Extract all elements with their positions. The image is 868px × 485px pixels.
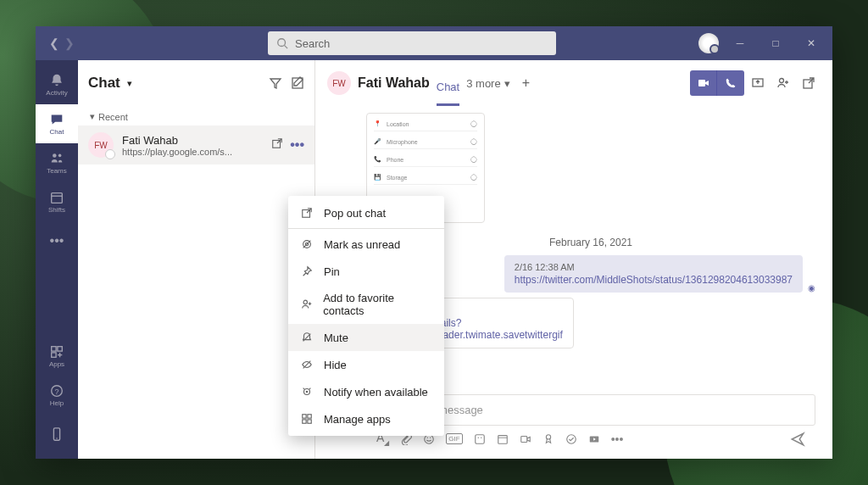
compose-button[interactable] [291,76,304,90]
svg-rect-4 [52,193,63,203]
svg-line-41 [309,388,310,389]
rail-chat[interactable]: Chat [36,104,78,143]
send-button[interactable] [790,432,805,447]
message-sent[interactable]: 2/16 12:38 AM https://twitter.com/Middle… [504,255,803,293]
recent-section-header[interactable]: ▾ Recent [78,106,314,125]
profile-avatar[interactable] [698,33,719,53]
svg-point-30 [546,434,550,438]
rail-shifts[interactable]: Shifts [36,182,78,221]
svg-point-37 [303,300,307,304]
svg-rect-45 [303,420,306,423]
svg-point-14 [56,438,57,438]
video-clip-button[interactable] [588,433,600,445]
search-icon [276,37,288,49]
sticker-button[interactable] [474,433,486,445]
svg-point-0 [278,39,286,47]
svg-point-26 [481,437,481,438]
notify-icon [300,385,314,399]
chat-header-name: Fati Wahab [358,75,430,91]
minimize-button[interactable]: ─ [726,26,754,60]
mute-icon [300,331,314,344]
favorite-icon [300,298,313,311]
left-rail: Activity Chat Teams Shifts ••• Apps ? He… [36,60,78,459]
schedule-meeting-button[interactable] [497,433,509,445]
rail-mobile[interactable] [36,415,78,454]
avatar: FW [88,132,114,158]
chat-item-preview: https://play.google.com/s... [122,147,263,157]
svg-line-42 [303,388,304,389]
read-receipt-icon: ◉ [808,283,815,293]
add-people-button[interactable] [776,76,795,90]
approvals-button[interactable] [565,433,577,445]
ctx-pin[interactable]: Pin [288,258,444,285]
maximize-button[interactable]: □ [761,26,790,60]
add-tab-button[interactable]: + [522,75,530,91]
svg-rect-17 [698,80,705,86]
rail-apps[interactable]: Apps [36,337,78,376]
svg-rect-6 [52,347,56,351]
bell-icon [49,73,64,88]
rail-activity[interactable]: Activity [36,65,78,104]
audio-call-button[interactable] [717,70,744,96]
sidebar-title[interactable]: Chat [88,75,120,92]
svg-rect-24 [475,434,484,443]
nav-forward-button[interactable]: ❯ [64,36,75,50]
apps-icon [49,344,64,360]
svg-rect-29 [520,436,526,442]
more-apps-button[interactable]: ••• [611,432,624,446]
ctx-hide[interactable]: Hide [288,351,444,378]
svg-point-22 [427,437,428,438]
tabs-more-button[interactable]: 3 more ▾ [466,77,509,90]
stream-button[interactable] [520,433,531,445]
chat-list-item[interactable]: FW Fati Wahab https://play.google.com/s.… [78,125,314,164]
popout-button[interactable] [271,137,283,153]
popout-chat-button[interactable] [802,76,821,90]
praise-button[interactable] [542,433,554,445]
more-icon: ••• [49,233,64,248]
chat-more-button[interactable]: ••• [290,137,304,153]
svg-point-23 [430,437,431,438]
search-input[interactable]: Search [268,31,556,55]
svg-rect-27 [498,435,507,443]
ctx-mark-unread[interactable]: Mark as unread [288,231,444,258]
chat-item-name: Fati Wahab [122,134,263,147]
tab-chat[interactable]: Chat [437,81,459,106]
chat-icon [49,112,64,127]
rail-help[interactable]: ? Help [36,376,78,415]
help-icon: ? [49,383,64,399]
filter-button[interactable] [269,76,282,90]
chat-list-sidebar: Chat ▾ ▾ Recent FW Fati Wahab https://pl… [78,60,315,459]
teams-icon [49,151,64,166]
gif-button[interactable]: GIF [446,433,462,444]
chevron-down-icon[interactable]: ▾ [127,78,132,89]
svg-rect-8 [52,353,56,357]
svg-rect-7 [58,347,62,351]
close-button[interactable]: ✕ [797,26,826,60]
video-call-button[interactable] [690,70,717,96]
ctx-popout[interactable]: Pop out chat [288,199,444,226]
share-screen-button[interactable] [751,76,770,90]
ctx-notify[interactable]: Notify when available [288,378,444,405]
ctx-mute[interactable]: Mute [288,324,444,351]
apps-icon [300,412,314,426]
ctx-manage-apps[interactable]: Manage apps [288,405,444,432]
svg-rect-44 [308,415,311,418]
shifts-icon [49,190,64,205]
mobile-icon [49,426,64,442]
chat-context-menu: Pop out chat Mark as unread Pin Add to f… [288,196,444,436]
ctx-favorite[interactable]: Add to favorite contacts [288,285,444,324]
rail-teams[interactable]: Teams [36,143,78,182]
svg-point-3 [58,154,62,158]
nav-back-button[interactable]: ❮ [49,36,59,50]
message-timestamp: 2/16 12:38 AM [515,262,793,272]
popout-icon [300,206,314,220]
avatar: FW [327,71,351,95]
svg-line-1 [285,46,288,49]
rail-more[interactable]: ••• [36,221,78,260]
svg-text:?: ? [54,387,58,396]
svg-rect-43 [303,415,306,418]
message-link[interactable]: https://twitter.com/MiddleShots/status/1… [515,274,793,286]
title-bar: ❮ ❯ Search ─ □ ✕ [36,26,832,60]
svg-rect-46 [308,420,311,423]
svg-point-2 [53,153,57,158]
